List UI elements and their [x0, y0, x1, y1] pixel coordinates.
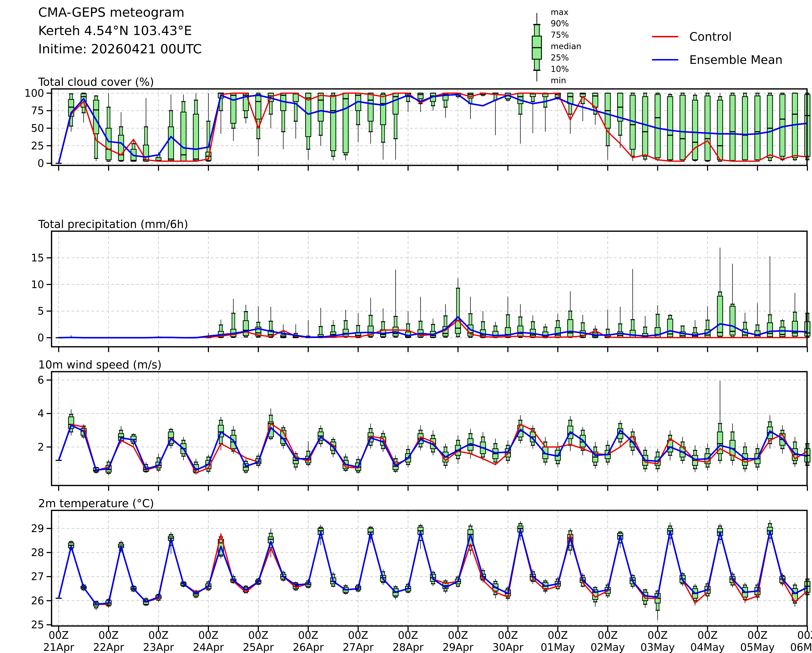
box-25-75 [755, 96, 760, 160]
x-tick-time: 00Z [198, 629, 219, 641]
x-tick-date: 23Apr [143, 641, 174, 653]
box-glyph [667, 93, 673, 162]
box-glyph [443, 93, 449, 118]
legend-label-75pct: 75% [551, 29, 581, 41]
box-glyph [368, 93, 374, 144]
box-25-75 [231, 93, 236, 124]
box-glyph [218, 93, 224, 134]
box-glyph [193, 93, 199, 162]
x-tick-time: 00Z [448, 629, 468, 641]
box-glyph [792, 583, 798, 607]
box-glyph [667, 314, 673, 338]
box-glyph [418, 297, 424, 338]
box-25-75 [380, 95, 386, 125]
box-glyph [555, 442, 561, 467]
box-glyph [642, 93, 648, 161]
box-glyph [355, 456, 361, 474]
meteogram-page: 0255075100Total cloud cover (%)051015Tot… [0, 0, 812, 653]
box-25-75 [692, 100, 698, 160]
panel-title: Total precipitation (mm/6h) [38, 218, 188, 231]
box-glyph [305, 320, 311, 338]
box-25-75 [705, 96, 710, 161]
box-glyph [767, 256, 773, 338]
box-25-75 [742, 96, 748, 160]
box-25-75 [767, 323, 772, 336]
box-25-75 [318, 93, 324, 121]
box-25-75 [517, 93, 523, 104]
box-25-75 [256, 95, 261, 119]
box-25-75 [780, 95, 785, 156]
x-tick-time: 00Z [298, 629, 318, 641]
box-glyph [305, 93, 311, 160]
box-glyph [617, 93, 623, 148]
box-25-75 [655, 95, 660, 158]
x-tick-date: 01May [540, 641, 575, 653]
box-glyph [717, 93, 723, 162]
box-glyph [742, 93, 748, 162]
x-tick-time: 00Z [598, 629, 618, 641]
x-tick-time: 00Z [248, 629, 269, 641]
box-glyph [679, 326, 685, 338]
panel-title: 10m wind speed (m/s) [38, 358, 162, 371]
box-glyph [530, 93, 536, 133]
box-glyph [592, 93, 598, 125]
control-label: Control [689, 30, 732, 44]
y-tick-label: 25 [31, 140, 44, 152]
y-tick-label: 27 [31, 570, 44, 583]
y-tick-label: 100 [24, 87, 44, 99]
box-glyph [642, 316, 648, 338]
box-25-75 [792, 321, 798, 336]
header: CMA-GEPS meteogram Kerteh 4.54°N 103.43°… [38, 3, 202, 58]
box-glyph [704, 93, 710, 162]
y-tick-label: 10 [31, 278, 44, 291]
box-25-75 [780, 327, 785, 336]
box-glyph [742, 313, 748, 338]
y-tick-label: 2 [38, 441, 44, 453]
box-glyph [93, 95, 99, 161]
y-tick-label: 5 [38, 305, 44, 317]
y-tick-label: 50 [31, 122, 44, 134]
box-25-75 [368, 93, 373, 121]
box-25-75 [730, 95, 735, 161]
box-glyph [405, 311, 411, 338]
box-glyph [105, 93, 111, 162]
y-tick-label: 28 [31, 546, 44, 558]
y-tick-label: 29 [31, 523, 44, 535]
box-glyph [392, 93, 398, 160]
x-tick-time: 00Z [148, 629, 169, 641]
x-tick-time: 00Z [698, 629, 718, 641]
box-glyph [630, 269, 636, 338]
x-tick-time: 00Z [348, 629, 368, 641]
box-glyph [480, 432, 486, 460]
box-25-75 [343, 329, 348, 336]
x-tick-date: 27Apr [343, 641, 374, 653]
x-tick-time: 00Z [49, 629, 69, 641]
box-glyph [392, 269, 398, 338]
boxplot-legend-labels: max 90% 75% median 25% 10% min [551, 6, 581, 86]
x-tick-date: 21Apr [43, 641, 74, 653]
x-tick-date: 22Apr [93, 641, 124, 653]
box-25-75 [643, 96, 648, 156]
x-tick-date: 05May [740, 641, 775, 653]
box-25-75 [118, 135, 124, 161]
x-tick-date: 28Apr [393, 641, 424, 653]
y-tick-label: 15 [31, 252, 44, 264]
panel-total-precipitation: 051015Total precipitation (mm/6h) [31, 218, 810, 352]
x-tick-date: 29Apr [443, 641, 473, 653]
box-glyph [754, 303, 760, 338]
box-25-75 [330, 95, 336, 151]
x-tick-date: 24Apr [193, 641, 224, 653]
y-tick-label: 75 [31, 105, 44, 117]
x-tick-time: 00Z [548, 629, 568, 641]
box-glyph [730, 424, 736, 465]
x-tick-time: 00Z [398, 629, 418, 641]
x-axis-labels: 00Z21Apr00Z22Apr00Z23Apr00Z24Apr00Z25Apr… [43, 629, 812, 653]
box-glyph [655, 305, 661, 338]
box-glyph [792, 93, 798, 161]
ensemble-mean-label: Ensemble Mean [689, 53, 783, 67]
legend-label-median: median [551, 41, 581, 52]
chart-location: Kerteh 4.54°N 103.43°E [38, 21, 202, 40]
x-tick-date: 03May [641, 641, 675, 653]
x-tick-time: 00Z [98, 629, 119, 641]
box-glyph [230, 299, 237, 338]
